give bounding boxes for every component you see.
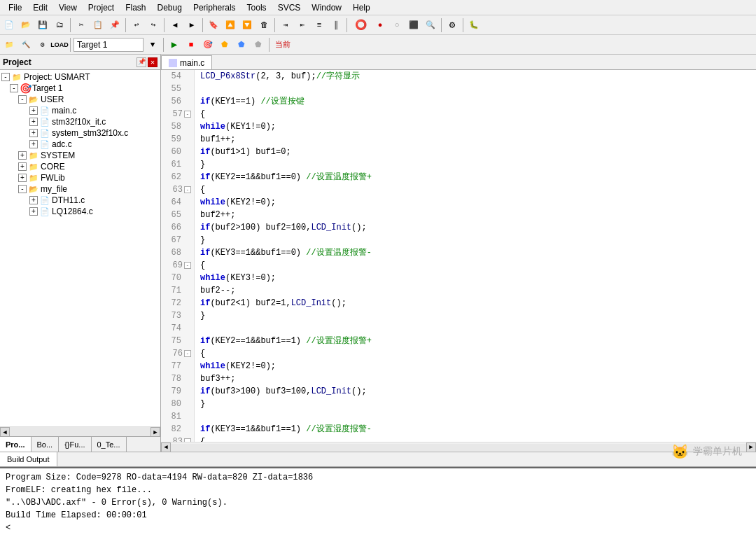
code-content[interactable]: 54555657-585960616263-646566676869-70717… <box>161 70 756 442</box>
tree-expand-systemfolder[interactable]: + <box>18 151 27 160</box>
bookmark-prev-button[interactable]: 🔼 <box>223 18 238 33</box>
indent-button[interactable]: ⇥ <box>278 18 293 33</box>
code-line[interactable]: if(buf3>100) buf3=100,LCD_Init(); <box>200 385 750 398</box>
code-line[interactable] <box>200 322 750 335</box>
code-line[interactable]: while(KEY2!=0); <box>200 196 750 209</box>
settings-button[interactable]: ⚙ <box>444 18 460 33</box>
run-button[interactable]: ▶ <box>167 37 182 53</box>
menu-edit[interactable]: Edit <box>27 1 53 14</box>
tree-expand-adcc[interactable]: + <box>29 140 38 148</box>
code-line[interactable]: } <box>200 398 750 410</box>
magnify-button[interactable]: 🔍 <box>423 18 438 33</box>
save-button[interactable]: 💾 <box>35 18 50 33</box>
code-scroll-left[interactable]: ◀ <box>161 442 171 452</box>
step-button[interactable]: ⬛ <box>406 18 421 33</box>
menu-window[interactable]: Window <box>306 1 347 14</box>
debug-button[interactable]: 🐛 <box>466 18 482 33</box>
open-file-button[interactable]: 📂 <box>18 18 34 33</box>
code-line[interactable]: if(buf1>1) buf1=0; <box>200 146 750 158</box>
tree-item-dth11[interactable]: + 📄 DTH11.c <box>0 195 160 206</box>
code-line[interactable]: while(KEY3!=0); <box>200 272 750 284</box>
menu-project[interactable]: Project <box>83 1 120 14</box>
code-line[interactable] <box>200 83 750 95</box>
redo-button[interactable]: ↪ <box>146 18 161 33</box>
rebuild-button[interactable]: ⚙ <box>35 37 50 53</box>
code-line[interactable]: } <box>200 309 750 322</box>
target-icon2[interactable]: ⬟ <box>217 37 232 53</box>
nav-back-button[interactable]: ◀ <box>167 18 183 33</box>
menu-tools[interactable]: Tools <box>241 1 272 14</box>
menu-peripherals[interactable]: Peripherals <box>188 1 241 14</box>
cut-button[interactable]: ✂ <box>74 18 89 33</box>
target-dropdown[interactable]: Target 1 <box>74 38 144 52</box>
tree-expand-target1[interactable]: - <box>10 84 18 92</box>
menu-debug[interactable]: Debug <box>152 1 188 14</box>
unindent-button[interactable]: ⇤ <box>295 18 310 33</box>
stop-button[interactable]: ○ <box>389 18 405 33</box>
tree-expand-myfile[interactable]: - <box>18 185 27 193</box>
code-line[interactable]: LCD_P6x8Str(2, 3, buf);//字符显示 <box>200 70 750 83</box>
panel-pin-button[interactable]: 📌 <box>136 57 146 67</box>
tree-expand-system[interactable]: + <box>29 129 38 137</box>
target-icon3[interactable]: ⬟ <box>234 37 249 53</box>
panel-tab-books[interactable]: Bo... <box>31 437 59 452</box>
copy-button[interactable]: 📋 <box>90 18 106 33</box>
tree-item-fwlib[interactable]: + 📁 FWLib <box>0 172 160 183</box>
code-line[interactable]: if(KEY3==1&&buf1==1) //设置湿度报警- <box>200 423 750 435</box>
code-line[interactable]: { <box>200 259 750 272</box>
code-line[interactable]: { <box>200 183 750 196</box>
tree-item-mainc[interactable]: + 📄 main.c <box>0 105 160 116</box>
menu-view[interactable]: View <box>53 1 83 14</box>
menu-flash[interactable]: Flash <box>120 1 151 14</box>
code-line[interactable]: if(KEY3==1&&buf1==0) //设置温度报警- <box>200 246 750 259</box>
collapse-box[interactable]: - <box>184 262 191 269</box>
code-line[interactable]: { <box>200 108 750 120</box>
nav-fwd-button[interactable]: ▶ <box>184 18 200 33</box>
code-line[interactable] <box>200 410 750 423</box>
code-scroll-track[interactable] <box>171 444 746 451</box>
code-line[interactable]: buf3++; <box>200 372 750 385</box>
status-tab-build[interactable]: Build Output <box>0 452 57 466</box>
menu-help[interactable]: Help <box>347 1 376 14</box>
current-target-button[interactable]: ● <box>372 18 388 33</box>
code-line[interactable]: if(KEY1==1) //设置按键 <box>200 95 750 108</box>
code-line[interactable]: buf2++; <box>200 209 750 221</box>
panel-tab-project[interactable]: Pro... <box>0 437 31 452</box>
save-all-button[interactable]: 🗂 <box>52 18 67 33</box>
target-dropdown-arrow[interactable]: ▼ <box>145 37 160 53</box>
menu-file[interactable]: File <box>3 1 27 14</box>
tree-item-user[interactable]: - 📂 USER <box>0 94 160 105</box>
tree-expand-dth11[interactable]: + <box>29 196 38 204</box>
tree-expand-mainc[interactable]: + <box>29 106 38 115</box>
code-line[interactable]: if(KEY2==1&&buf1==1) //设置湿度报警+ <box>200 335 750 347</box>
code-line[interactable]: if(buf2<1) buf2=1,LCD_Init(); <box>200 297 750 309</box>
toggle-all-button[interactable]: ≡ <box>312 18 327 33</box>
tree-expand-corefolder[interactable]: + <box>18 162 27 171</box>
paste-button[interactable]: 📌 <box>107 18 122 33</box>
code-line[interactable]: while(KEY2!=0); <box>200 360 750 372</box>
target-icon4[interactable]: ⬟ <box>251 37 266 53</box>
tree-expand-user[interactable]: - <box>18 95 27 104</box>
tree-expand-project[interactable]: - <box>1 73 10 81</box>
tree-expand-lq12864[interactable]: + <box>29 207 38 216</box>
tree-expand-fwlib[interactable]: + <box>18 174 27 182</box>
panel-tab-templates[interactable]: 0_Te... <box>92 437 127 452</box>
tree-item-myfile[interactable]: - 📂 my_file <box>0 183 160 195</box>
undo-button[interactable]: ↩ <box>129 18 144 33</box>
tree-expand-stm32it[interactable]: + <box>29 118 38 126</box>
load-button[interactable]: LOAD <box>52 37 67 53</box>
scroll-right-button[interactable]: ▶ <box>150 427 160 437</box>
tree-item-adcc[interactable]: + 📄 adc.c <box>0 139 160 150</box>
code-line[interactable]: { <box>200 435 750 442</box>
code-line[interactable]: buf2--; <box>200 284 750 297</box>
code-line[interactable]: if(KEY2==1&&buf1==0) //设置温度报警+ <box>200 171 750 183</box>
scroll-left-button[interactable]: ◀ <box>0 427 10 437</box>
code-line[interactable]: } <box>200 158 750 171</box>
menu-svcs[interactable]: SVCS <box>272 1 307 14</box>
collapse-box[interactable]: - <box>184 111 191 118</box>
new-file-button[interactable]: 📄 <box>1 18 17 33</box>
panel-tab-functions[interactable]: {}Fu... <box>59 437 91 452</box>
tree-item-systemfolder[interactable]: + 📁 SYSTEM <box>0 150 160 161</box>
code-line[interactable]: { <box>200 347 750 360</box>
build-button[interactable]: 🔨 <box>18 37 34 53</box>
